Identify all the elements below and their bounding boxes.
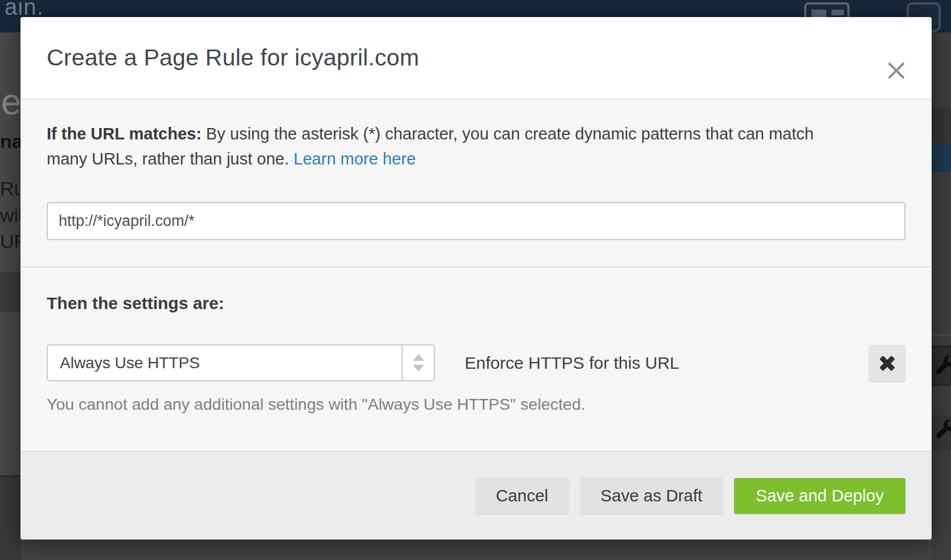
save-as-draft-button[interactable]: Save as Draft: [580, 478, 723, 514]
background-text-fragment: will: [0, 204, 21, 227]
close-button[interactable]: [885, 59, 908, 82]
modal-title: Create a Page Rule for icyapril.com: [47, 44, 419, 71]
url-match-text-line1: By using the asterisk (*) character, you…: [202, 125, 814, 143]
wrench-icon: [934, 419, 951, 443]
background-page-right-edge: [932, 32, 951, 560]
chevron-down-icon: [413, 365, 424, 372]
background-text-fragment: e: [1, 81, 21, 123]
remove-setting-button[interactable]: [869, 345, 905, 381]
settings-note: You cannot add any additional settings w…: [47, 395, 905, 414]
url-match-label: If the URL matches:: [47, 125, 202, 143]
section-divider: [21, 266, 932, 267]
url-match-text-line2: many URLs, rather than just one.: [47, 150, 294, 168]
settings-heading: Then the settings are:: [47, 294, 905, 313]
select-stepper[interactable]: [401, 345, 434, 380]
modal-footer: Cancel Save as Draft Save and Deploy: [21, 451, 932, 540]
background-divider: [932, 335, 951, 336]
background-table-band: [932, 108, 951, 143]
background-edit-button-fragment: [932, 415, 951, 450]
url-match-description: If the URL matches: By using the asteris…: [47, 121, 878, 171]
setting-row: Always Use HTTPS Enforce HTTPS for this …: [47, 344, 905, 381]
background-blue-button-fragment: [932, 144, 951, 172]
cancel-button[interactable]: Cancel: [475, 478, 569, 514]
learn-more-link[interactable]: Learn more here: [294, 150, 416, 168]
background-text-fragment: UR: [0, 230, 21, 253]
background-text-fragment: nav: [0, 130, 21, 153]
background-table-band: [0, 272, 21, 312]
news-icon-line: [831, 10, 844, 15]
background-edit-button-fragment: [932, 345, 951, 386]
chevron-up-icon: [413, 354, 424, 361]
settings-select[interactable]: Always Use HTTPS: [47, 344, 435, 381]
create-page-rule-modal: Create a Page Rule for icyapril.com If t…: [21, 17, 932, 540]
select-value: Always Use HTTPS: [48, 345, 401, 380]
background-table-band: [0, 477, 21, 560]
background-text-fragment: Ru: [0, 178, 21, 200]
background-page-left-edge: e nav Ru will UR: [0, 32, 21, 560]
setting-description: Enforce HTTPS for this URL: [465, 353, 679, 373]
wrench-icon: [934, 355, 951, 378]
url-pattern-input[interactable]: [47, 202, 905, 240]
save-and-deploy-button[interactable]: Save and Deploy: [734, 478, 905, 514]
modal-header: Create a Page Rule for icyapril.com: [21, 17, 932, 100]
modal-body: If the URL matches: By using the asteris…: [21, 100, 932, 451]
